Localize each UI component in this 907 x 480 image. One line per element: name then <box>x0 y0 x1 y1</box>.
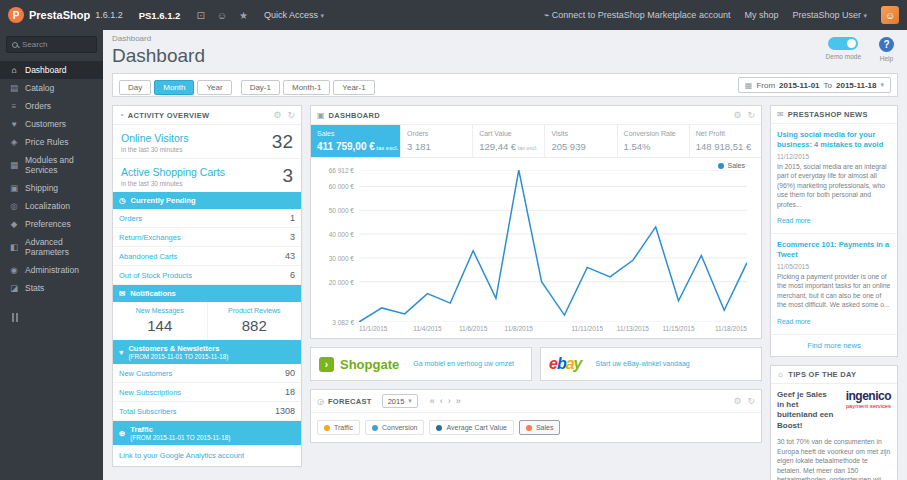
pending-row[interactable]: Return/Exchanges3 <box>113 228 301 247</box>
news-article-title[interactable]: Ecommerce 101: Payments in a Tweet <box>777 240 891 260</box>
price-rules-icon: ◈ <box>9 137 19 147</box>
sidebar-item-customers[interactable]: ♥Customers <box>0 115 103 133</box>
refresh-icon[interactable]: ↻ <box>287 110 295 120</box>
sidebar-search[interactable] <box>6 36 97 53</box>
find-more-news-link[interactable]: Find more news <box>771 335 897 356</box>
date-filter-bar: DayMonthYearDay-1Month-1Year-1 ▦ From 20… <box>112 73 898 97</box>
prev-page-icon[interactable]: ‹ <box>440 396 443 406</box>
sidebar-item-label: Shipping <box>25 183 58 193</box>
forecast-toggle-traffic[interactable]: Traffic <box>317 420 360 435</box>
my-shop-link[interactable]: My shop <box>744 10 778 20</box>
active-carts-value: 3 <box>282 166 293 187</box>
last-page-icon[interactable]: » <box>456 396 461 406</box>
localization-icon: ◎ <box>9 201 19 211</box>
stats-icon: ◪ <box>9 283 19 293</box>
news-read-more-link[interactable]: Read more <box>777 217 811 224</box>
sidebar-item-price-rules[interactable]: ◈Price Rules <box>0 133 103 151</box>
chart-plot <box>359 170 747 322</box>
topbar-icons: ⊡☺★ <box>196 10 248 21</box>
quick-access-menu[interactable]: Quick Access ▾ <box>264 10 324 20</box>
sidebar-item-shipping[interactable]: ▣Shipping <box>0 179 103 197</box>
range-button-year-1[interactable]: Year-1 <box>333 80 374 95</box>
notification-new-messages[interactable]: New Messages144 <box>113 302 207 340</box>
refresh-icon[interactable]: ↻ <box>747 110 755 120</box>
customers-value: 18 <box>285 387 295 397</box>
kpi-sub: tax excl. <box>375 145 398 151</box>
sidebar-item-dashboard[interactable]: ⌂Dashboard <box>0 61 103 79</box>
profile-icon[interactable]: ☺ <box>217 10 227 21</box>
ebay-module-ad[interactable]: ebay Start uw eBay-winkel vandaag <box>540 347 762 381</box>
customers-row[interactable]: New Customers90 <box>113 364 301 383</box>
search-input[interactable] <box>22 40 91 49</box>
kpi-cart-value[interactable]: Cart Value129,44 € tax excl. <box>473 125 545 157</box>
gear-icon[interactable]: ⚙ <box>733 396 741 406</box>
range-button-day[interactable]: Day <box>119 80 151 95</box>
kpi-sales[interactable]: Sales411 759,00 € tax excl. <box>311 125 401 157</box>
gear-icon[interactable]: ⚙ <box>273 110 281 120</box>
customers-row[interactable]: New Subscriptions18 <box>113 383 301 402</box>
user-avatar[interactable]: ☺ <box>881 6 899 24</box>
forecast-panel-title: FORECAST <box>328 397 372 406</box>
gear-icon[interactable]: ⚙ <box>733 110 741 120</box>
forecast-toggle-conversion[interactable]: Conversion <box>365 420 424 435</box>
pending-row[interactable]: Abandoned Carts43 <box>113 247 301 266</box>
online-visitors-value: 32 <box>272 132 293 153</box>
collapse-sidebar-button[interactable] <box>12 313 91 322</box>
news-article-title[interactable]: Using social media for your business: 4 … <box>777 130 891 150</box>
sidebar-item-administration[interactable]: ◉Administration <box>0 261 103 279</box>
trophy-icon[interactable]: ★ <box>239 10 248 21</box>
sidebar-item-advanced-parameters[interactable]: ◧Advanced Parameters <box>0 233 103 261</box>
pending-value: 43 <box>285 251 295 261</box>
date-range-picker[interactable]: ▦ From 2015-11-01 To 2015-11-18 ▾ <box>738 77 891 93</box>
range-button-year[interactable]: Year <box>197 80 231 95</box>
user-menu[interactable]: PrestaShop User ▾ <box>792 10 867 20</box>
demo-mode-toggle[interactable] <box>828 37 858 50</box>
marketplace-link[interactable]: ⌁ Connect to PrestaShop Marketplace acco… <box>544 10 731 20</box>
kpi-conversion-rate[interactable]: Conversion Rate1.54% <box>618 125 690 157</box>
shopgate-logo-icon: › <box>319 357 334 372</box>
ebay-letter: e <box>549 355 557 372</box>
sidebar-item-localization[interactable]: ◎Localization <box>0 197 103 215</box>
pending-row[interactable]: Out of Stock Products6 <box>113 266 301 285</box>
active-carts-link[interactable]: Active Shopping Carts <box>121 166 225 178</box>
range-button-month-1[interactable]: Month-1 <box>283 80 330 95</box>
ingenico-logo-text: ingenico <box>846 390 891 402</box>
news-read-more-link[interactable]: Read more <box>777 318 811 325</box>
sidebar-item-orders[interactable]: ≡Orders <box>0 97 103 115</box>
help-icon[interactable]: ? <box>879 37 894 52</box>
activity-icon: ◔ <box>119 111 124 120</box>
sidebar-item-catalog[interactable]: ▤Catalog <box>0 79 103 97</box>
google-analytics-link[interactable]: Link to your Google Analytics account <box>113 445 301 466</box>
shopgate-link[interactable]: Ga mobiel en verhoog uw omzet <box>413 359 514 368</box>
forecast-year-select[interactable]: 2015 ▾ <box>382 394 418 408</box>
x-axis-label: 11/13/2015 <box>617 325 649 332</box>
range-button-month[interactable]: Month <box>154 80 194 95</box>
legend-dot <box>436 425 442 431</box>
sidebar-item-stats[interactable]: ◪Stats <box>0 279 103 297</box>
prestashop-logo[interactable]: P PrestaShop 1.6.1.2 <box>0 7 131 23</box>
first-page-icon[interactable]: « <box>430 396 435 406</box>
kpi-net-profit[interactable]: Net Profit148 918,51 € <box>690 125 761 157</box>
notification-product-reviews[interactable]: Product Reviews882 <box>207 302 302 340</box>
y-axis-label: 30 000 € <box>329 254 354 261</box>
forecast-toggle-average-cart-value[interactable]: Average Cart Value <box>429 420 513 435</box>
ebay-link[interactable]: Start uw eBay-winkel vandaag <box>596 359 690 368</box>
sidebar-item-modules-and-services[interactable]: ▦Modules and Services <box>0 151 103 179</box>
forecast-toggle-sales[interactable]: Sales <box>519 420 561 435</box>
notifications-section-header: ✉ Notifications <box>113 285 301 302</box>
refresh-icon[interactable]: ↻ <box>747 396 755 406</box>
online-visitors-link[interactable]: Online Visitors <box>121 132 189 144</box>
demo-mode-label: Demo mode <box>826 53 861 60</box>
sidebar-item-label: Administration <box>25 265 79 275</box>
range-button-day-1[interactable]: Day-1 <box>241 80 280 95</box>
pending-row[interactable]: Orders1 <box>113 209 301 228</box>
sidebar-item-preferences[interactable]: ◆Preferences <box>0 215 103 233</box>
kpi-orders[interactable]: Orders3 181 <box>401 125 473 157</box>
dashboard-panel-title: DASHBOARD <box>329 111 380 120</box>
customers-row[interactable]: Total Subscribers1308 <box>113 402 301 421</box>
kpi-visits[interactable]: Visits205 939 <box>545 125 617 157</box>
cart-icon[interactable]: ⊡ <box>196 10 204 21</box>
next-page-icon[interactable]: › <box>448 396 451 406</box>
shopgate-module-ad[interactable]: › Shopgate Ga mobiel en verhoog uw omzet <box>310 347 532 381</box>
sidebar-item-label: Preferences <box>25 219 71 229</box>
